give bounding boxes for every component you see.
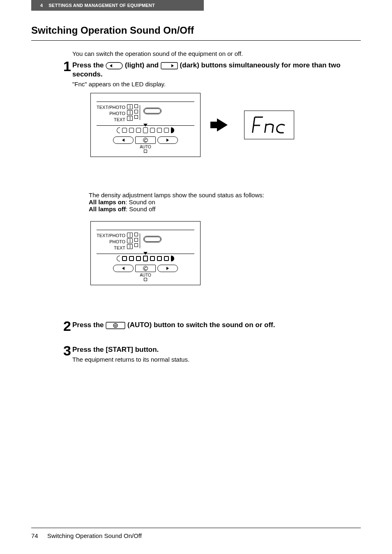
all-lamps-off-label: All lamps off	[89, 205, 126, 212]
all-lamps-on-label: All lamps on	[89, 199, 125, 205]
step-2-text-b: (AUTO) button to switch the sound on or …	[127, 321, 275, 329]
led-display	[244, 111, 294, 139]
panel-mode-photo: PHOTO	[97, 239, 125, 245]
auto-button-icon	[106, 322, 125, 329]
light-button-panel-icon	[113, 265, 134, 272]
text-icon	[127, 244, 133, 249]
mode-indicator	[134, 104, 138, 108]
svg-rect-0	[106, 62, 122, 69]
step-2-number: 2	[63, 318, 71, 334]
page-footer: 74 Switching Operation Sound On/Off	[31, 528, 361, 539]
density-lamp-on	[136, 256, 141, 261]
photo-icon	[127, 238, 133, 243]
text-icon	[127, 116, 133, 121]
density-lamp-on	[157, 256, 162, 261]
step-2-text-a: Press the	[72, 321, 106, 329]
mode-indicator	[134, 238, 138, 242]
density-lamp-row	[97, 127, 194, 133]
all-lamps-on-text: : Sound on	[125, 199, 155, 205]
density-lamp-on	[150, 256, 155, 261]
step-1-text-a: Press the	[72, 61, 106, 69]
step-3-title: Press the [START] button.	[72, 345, 361, 354]
panel-auto-label: AUTO	[97, 273, 194, 277]
mode-select-button-icon	[143, 108, 161, 114]
textphoto-icon	[127, 104, 133, 109]
connector-line	[140, 233, 140, 248]
density-scale-right-icon	[171, 127, 174, 133]
chapter-number: 4	[40, 3, 43, 8]
svg-rect-2	[161, 62, 178, 69]
chapter-header: 4 SETTINGS AND MANAGEMENT OF EQUIPMENT	[31, 0, 204, 11]
panel-mode-textphoto: TEXT/PHOTO	[97, 104, 125, 111]
density-marker-icon	[143, 252, 148, 255]
step-1-number: 1	[63, 58, 71, 74]
density-lamp	[136, 128, 141, 133]
light-button-icon	[106, 62, 123, 69]
panel-auto-label: AUTO	[97, 145, 194, 149]
chapter-title: SETTINGS AND MANAGEMENT OF EQUIPMENT	[48, 3, 155, 8]
svg-point-6	[115, 325, 116, 326]
step-3-number: 3	[63, 343, 71, 359]
arrow-right-icon	[217, 118, 228, 132]
svg-marker-1	[110, 64, 112, 67]
density-lamp	[157, 128, 162, 133]
dark-button-panel-icon	[157, 136, 178, 144]
step-3-subtext: The equipment returns to its normal stat…	[72, 356, 361, 363]
auto-indicator	[144, 278, 147, 281]
density-lamp-on	[164, 256, 169, 261]
page-title: Switching Operation Sound On/Off	[31, 25, 361, 41]
density-lamp-on	[122, 256, 127, 261]
mode-indicator	[134, 233, 138, 236]
density-lamp	[164, 128, 169, 133]
dark-button-panel-icon	[157, 265, 178, 272]
density-lamp-center	[143, 127, 148, 133]
textphoto-icon	[127, 233, 133, 238]
status-intro: The density adjustment lamps show the so…	[89, 192, 264, 199]
connector-line	[140, 105, 140, 120]
density-lamp-row-on	[97, 256, 194, 261]
svg-marker-3	[171, 64, 174, 67]
auto-button-panel-icon	[135, 265, 156, 272]
density-lamp-center-on	[143, 256, 148, 261]
density-scale-left-icon	[117, 256, 120, 261]
step-1-light-label: (light) and	[125, 61, 161, 69]
photo-icon	[127, 110, 133, 115]
mode-indicator	[134, 110, 138, 113]
panel-mode-textphoto: TEXT/PHOTO	[97, 233, 125, 239]
mode-select-button-icon	[143, 236, 161, 242]
density-lamp-on	[129, 256, 134, 261]
footer-title: Switching Operation Sound On/Off	[47, 532, 142, 539]
mode-indicator	[134, 115, 138, 119]
light-button-panel-icon	[113, 136, 134, 144]
fnc-led-icon	[249, 114, 290, 136]
auto-indicator	[144, 150, 147, 153]
panel-mode-photo: PHOTO	[97, 111, 125, 117]
step-2-text: Press the (AUTO) button to switch the so…	[72, 321, 361, 330]
step-1-subtext: "Fnc" appears on the LED display.	[72, 81, 361, 88]
page-number: 74	[31, 532, 38, 539]
intro-text: You can switch the operation sound of th…	[72, 50, 243, 57]
density-lamp	[122, 128, 127, 133]
panel-mode-text: TEXT	[97, 245, 125, 251]
control-panel-illustration-2: TEXT/PHOTO PHOTO TEXT	[90, 221, 201, 285]
step-1-text: Press the (light) and (dark) buttons sim…	[72, 61, 361, 79]
density-lamp	[129, 128, 134, 133]
dark-button-icon	[161, 62, 178, 69]
mode-indicator	[134, 243, 138, 247]
density-marker-icon	[143, 124, 148, 127]
density-scale-left-icon	[117, 127, 120, 133]
density-lamp	[150, 128, 155, 133]
svg-point-5	[113, 323, 118, 328]
auto-button-panel-icon	[135, 136, 156, 144]
all-lamps-off-text: : Sound off	[126, 205, 155, 212]
status-explanation: The density adjustment lamps show the so…	[89, 192, 264, 212]
panel-mode-text: TEXT	[97, 117, 125, 123]
control-panel-illustration-1: TEXT/PHOTO PHOTO TEXT	[90, 93, 201, 157]
density-scale-right-icon	[171, 256, 174, 261]
